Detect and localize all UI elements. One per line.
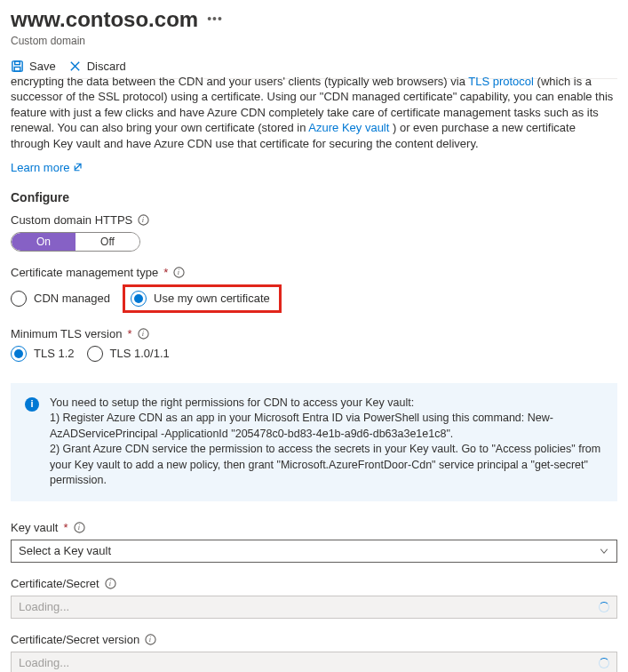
learn-more-link[interactable]: Learn more (11, 161, 83, 174)
radio-icon (131, 291, 147, 307)
highlight-box: Use my own certificate (123, 284, 282, 313)
close-icon (68, 60, 82, 73)
key-vault-select[interactable]: Select a Key vault (11, 540, 617, 563)
key-vault-label: Key vault * i (11, 521, 617, 534)
certificate-secret-version-select: Loading... (11, 652, 617, 672)
cert-mgmt-option-own-certificate[interactable]: Use my own certificate (131, 291, 270, 307)
custom-domain-https-label: Custom domain HTTPS i (11, 213, 617, 227)
azure-key-vault-link[interactable]: Azure Key vault (308, 121, 389, 134)
certificate-secret-version-label: Certificate/Secret version i (11, 633, 617, 646)
svg-text:i: i (77, 524, 80, 532)
certificate-secret-value: Loading... (19, 600, 69, 613)
https-toggle-on[interactable]: On (12, 233, 76, 251)
keyvault-permissions-info: i You need to setup the right permission… (11, 383, 617, 501)
required-marker: * (63, 521, 68, 534)
required-marker: * (127, 327, 131, 340)
loading-spinner-icon (599, 602, 609, 612)
chevron-down-icon (599, 546, 609, 556)
configure-heading: Configure (11, 190, 617, 204)
svg-text:i: i (178, 268, 180, 276)
toolbar: Save Discard (11, 60, 617, 73)
page-subtitle: Custom domain (11, 35, 617, 47)
more-actions-icon[interactable]: ••• (207, 12, 223, 28)
cert-mgmt-option-cdn-managed[interactable]: CDN managed (11, 291, 110, 307)
radio-icon (11, 291, 27, 307)
certificate-secret-label: Certificate/Secret i (11, 577, 617, 590)
discard-label: Discard (87, 60, 126, 73)
tls-option-1-2[interactable]: TLS 1.2 (11, 346, 75, 362)
svg-text:i: i (109, 580, 112, 588)
required-marker: * (163, 266, 168, 279)
min-tls-version-label: Minimum TLS version * i (11, 327, 617, 340)
certificate-secret-select: Loading... (11, 596, 617, 619)
svg-rect-1 (15, 61, 20, 65)
description-text: encrypting the data between the CDN and … (11, 74, 617, 152)
https-toggle-off[interactable]: Off (76, 233, 139, 251)
page-title: www.contoso.com (11, 7, 198, 33)
cert-mgmt-type-label: Certificate management type * i (11, 266, 617, 279)
discard-button[interactable]: Discard (68, 60, 126, 73)
info-icon[interactable]: i (105, 578, 116, 589)
save-label: Save (29, 60, 56, 73)
info-icon[interactable]: i (138, 214, 149, 226)
info-icon[interactable]: i (173, 267, 185, 278)
save-icon (11, 60, 24, 73)
radio-icon (11, 346, 27, 362)
svg-text:i: i (141, 330, 144, 338)
key-vault-placeholder: Select a Key vault (19, 544, 111, 557)
info-icon[interactable]: i (138, 328, 149, 340)
certificate-secret-version-value: Loading... (19, 656, 69, 669)
info-icon[interactable]: i (74, 522, 85, 533)
svg-text:i: i (142, 216, 145, 224)
loading-spinner-icon (599, 658, 609, 668)
save-button[interactable]: Save (11, 60, 56, 73)
tls-protocol-link[interactable]: TLS protocol (468, 75, 534, 88)
svg-rect-2 (14, 67, 20, 71)
svg-text:i: i (149, 636, 152, 644)
radio-icon (87, 346, 103, 362)
info-icon[interactable]: i (145, 634, 156, 645)
tls-option-1-0-1-1[interactable]: TLS 1.0/1.1 (87, 346, 170, 362)
https-toggle[interactable]: On Off (11, 232, 140, 252)
external-link-icon (73, 162, 83, 172)
info-badge-icon: i (25, 397, 39, 412)
